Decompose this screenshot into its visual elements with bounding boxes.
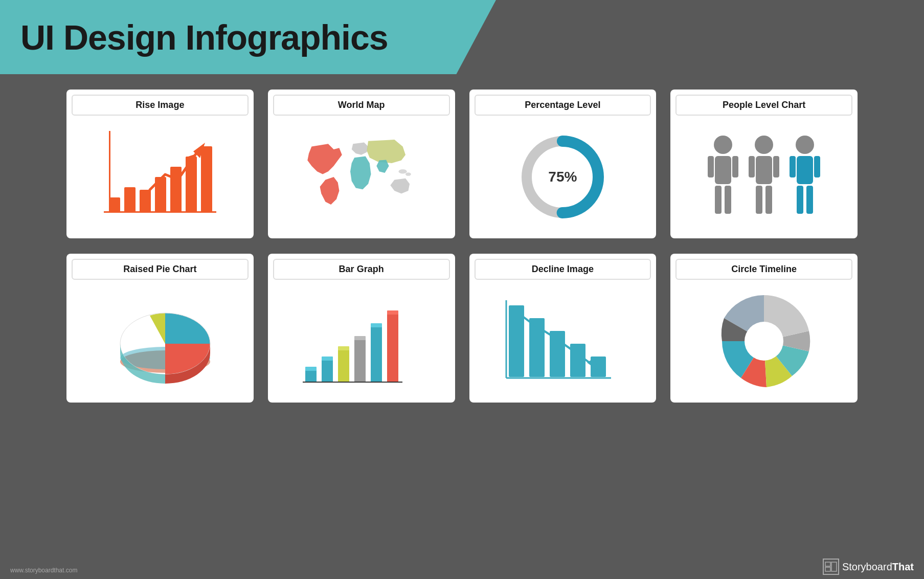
- card-body-people-level: [670, 116, 858, 238]
- svg-rect-33: [338, 346, 349, 350]
- card-people-level: People Level Chart: [670, 90, 858, 238]
- svg-rect-10: [725, 186, 731, 214]
- svg-point-19: [796, 136, 814, 154]
- svg-rect-29: [305, 367, 317, 371]
- person-3: [788, 133, 822, 220]
- svg-rect-31: [322, 357, 333, 361]
- svg-rect-15: [756, 186, 762, 214]
- svg-rect-11: [708, 156, 714, 177]
- svg-rect-12: [732, 156, 738, 177]
- svg-rect-16: [765, 186, 772, 214]
- svg-point-7: [714, 136, 732, 154]
- card-bar-graph: Bar Graph: [268, 254, 455, 403]
- card-body-circle-timeline: [670, 280, 858, 403]
- rise-bar-1: [109, 197, 120, 213]
- card-title-bar-graph: Bar Graph: [273, 259, 450, 280]
- svg-rect-14: [756, 156, 772, 184]
- card-rise-image: Rise Image: [66, 90, 254, 238]
- svg-rect-51: [825, 567, 830, 571]
- svg-rect-44: [570, 344, 585, 377]
- svg-rect-36: [371, 326, 382, 382]
- card-raised-pie: Raised Pie Chart: [66, 254, 254, 403]
- card-decline-image: Decline Image: [469, 254, 657, 403]
- card-body-world-map: [268, 116, 455, 238]
- header-banner: UI Design Infographics: [0, 0, 496, 74]
- pie-chart-visual: [109, 298, 211, 385]
- footer-brand: StoryboardThat: [823, 559, 914, 575]
- card-title-world-map: World Map: [273, 95, 450, 116]
- card-title-people-level: People Level Chart: [675, 95, 852, 116]
- svg-point-49: [745, 322, 783, 361]
- svg-rect-28: [305, 369, 317, 382]
- card-percentage-level: Percentage Level 75%: [469, 90, 657, 238]
- card-title-raised-pie: Raised Pie Chart: [72, 259, 249, 280]
- brand-icon: [823, 559, 839, 575]
- bar-graph-visual: [300, 295, 423, 387]
- card-title-rise-image: Rise Image: [72, 95, 249, 116]
- circle-timeline-visual: [713, 290, 815, 392]
- card-title-circle-timeline: Circle Timeline: [675, 259, 852, 280]
- svg-rect-35: [354, 336, 366, 340]
- cards-grid: Rise Image: [66, 90, 858, 403]
- person-1: [707, 133, 740, 220]
- rise-chart: [104, 131, 216, 223]
- donut-chart: 75%: [516, 131, 609, 223]
- card-body-raised-pie: [66, 280, 254, 403]
- svg-rect-21: [797, 186, 803, 214]
- svg-rect-8: [715, 156, 731, 184]
- svg-rect-23: [790, 156, 796, 177]
- card-world-map: World Map: [268, 90, 455, 238]
- svg-point-3: [405, 172, 411, 175]
- svg-rect-39: [387, 310, 398, 315]
- percentage-label: 75%: [548, 169, 577, 185]
- svg-rect-32: [338, 349, 349, 382]
- svg-rect-30: [322, 359, 333, 382]
- svg-rect-52: [831, 562, 837, 571]
- svg-rect-18: [773, 156, 779, 177]
- card-body-rise-image: [66, 116, 254, 238]
- people-visual: [707, 133, 822, 220]
- card-circle-timeline: Circle Timeline: [670, 254, 858, 403]
- svg-rect-20: [797, 156, 813, 184]
- svg-rect-22: [806, 186, 813, 214]
- person-2: [748, 133, 781, 220]
- svg-rect-17: [749, 156, 755, 177]
- card-body-bar-graph: [268, 280, 455, 403]
- card-body-decline-image: [469, 280, 657, 403]
- world-map-visual: [295, 131, 428, 223]
- svg-rect-9: [715, 186, 722, 214]
- card-title-decline-image: Decline Image: [475, 259, 651, 280]
- rise-arrow: [145, 133, 211, 202]
- card-body-percentage-level: 75%: [469, 116, 657, 238]
- svg-rect-24: [814, 156, 820, 177]
- svg-rect-38: [387, 313, 398, 382]
- svg-rect-50: [825, 562, 830, 566]
- svg-rect-34: [354, 339, 366, 382]
- svg-point-13: [755, 136, 773, 154]
- card-title-percentage-level: Percentage Level: [475, 95, 651, 116]
- rise-bar-2: [124, 187, 136, 213]
- svg-rect-43: [550, 331, 565, 377]
- brand-text: StoryboardThat: [842, 561, 914, 573]
- footer-website: www.storyboardthat.com: [10, 567, 77, 574]
- page-title: UI Design Infographics: [20, 17, 388, 57]
- svg-rect-37: [371, 323, 382, 327]
- decline-visual: [504, 295, 621, 387]
- svg-point-2: [398, 169, 407, 174]
